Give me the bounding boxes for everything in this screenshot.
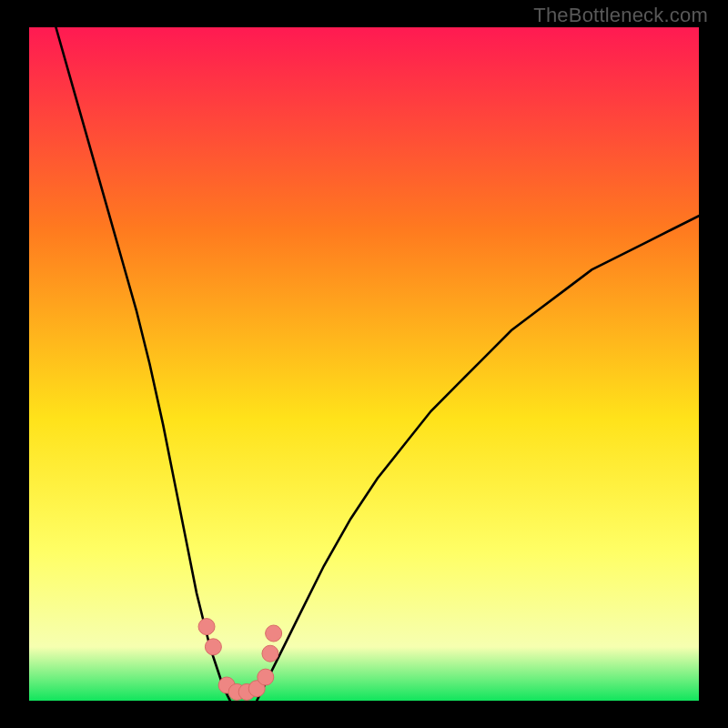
data-marker [258,669,274,685]
watermark-text: TheBottleneck.com [533,4,708,27]
data-marker [262,645,278,662]
data-marker [205,639,221,655]
bottleneck-plot [29,27,699,701]
chart-frame: TheBottleneck.com [0,0,728,728]
data-marker [266,625,282,642]
gradient-background [29,27,699,701]
data-marker [198,619,215,635]
